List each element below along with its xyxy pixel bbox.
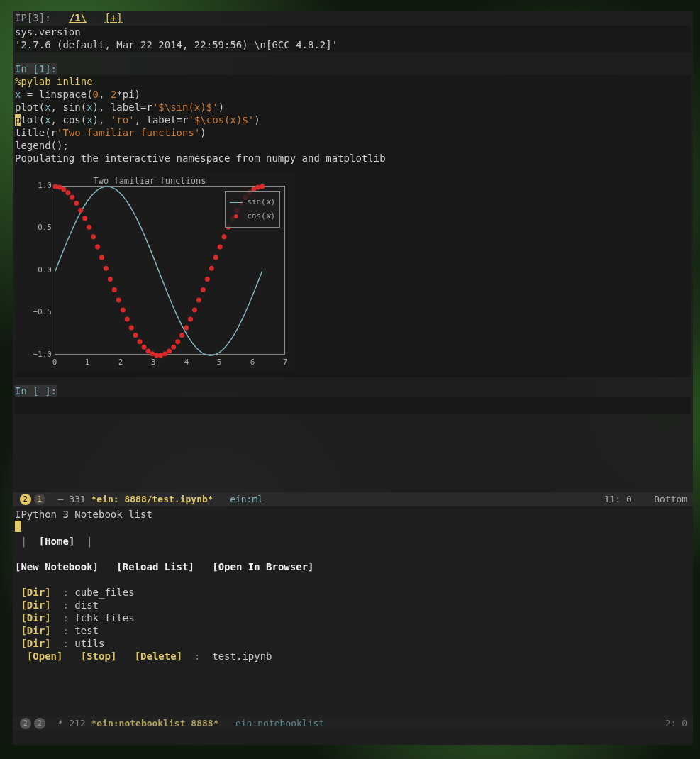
svg-point-6 [78, 208, 83, 213]
cursor-pos: 11: 0 [604, 493, 632, 506]
modeline-bottom: 2 2 * 212 *ein:notebooklist 8888* ein:no… [13, 716, 693, 731]
dir-tag: [Dir] [21, 638, 50, 649]
svg-point-19 [133, 333, 138, 338]
dir-entry[interactable]: [Dir] : utils [15, 637, 691, 650]
svg-point-21 [142, 345, 147, 350]
xtick: 2 [113, 356, 128, 369]
notebooklist-pane[interactable]: IPython 3 Notebook list | [Home] | [New … [13, 506, 693, 716]
svg-point-28 [171, 345, 176, 350]
svg-point-38 [213, 255, 218, 260]
cell-1[interactable]: In [1]: %pylab inline x = linspace(0, 2*… [15, 62, 691, 377]
svg-point-40 [222, 234, 227, 239]
svg-point-20 [138, 339, 143, 344]
notebook-tab-bar: IP[3]: /1\ [+] [15, 11, 691, 26]
svg-point-48 [255, 185, 260, 190]
code-line[interactable]: legend(); [15, 139, 691, 152]
svg-point-16 [121, 308, 126, 313]
svg-point-27 [167, 348, 172, 353]
badge: 2 [20, 494, 31, 505]
notebook-pane[interactable]: IP[3]: /1\ [+] sys.version '2.7.6 (defau… [13, 11, 693, 492]
svg-point-0 [53, 184, 58, 189]
cell-2[interactable]: In [ ]: [15, 384, 691, 414]
minibuffer[interactable] [13, 731, 693, 745]
svg-point-14 [112, 287, 117, 292]
code-line[interactable]: plot(x, sin(x), label=r'$\sin(x)$') [15, 101, 691, 113]
svg-point-35 [201, 287, 206, 292]
svg-point-5 [74, 201, 79, 206]
ytick: 1.0 [29, 179, 52, 192]
svg-point-32 [188, 317, 193, 322]
modeline-top: 2 1 — 331 *ein: 8888/test.ipynb* ein:ml … [13, 492, 693, 506]
svg-point-30 [179, 333, 184, 338]
svg-point-23 [150, 351, 155, 356]
svg-point-3 [65, 190, 70, 195]
svg-point-9 [91, 234, 96, 239]
dir-entry[interactable]: [Dir] : dist [15, 599, 691, 611]
svg-point-7 [82, 216, 87, 221]
cell-prompt: In [ ]: [15, 385, 57, 397]
svg-point-26 [162, 351, 167, 356]
dir-tag: [Dir] [21, 587, 50, 598]
svg-point-15 [116, 298, 121, 303]
file-name: test.ipynb [212, 650, 272, 662]
major-mode: ein:ml [230, 493, 263, 506]
nblist-home-link[interactable]: [Home] [39, 536, 75, 547]
scroll-pos: Bottom [654, 493, 687, 506]
svg-point-10 [95, 245, 100, 250]
stop-file-button[interactable]: [Stop] [81, 650, 117, 662]
tab-active[interactable]: /1\ [69, 12, 87, 23]
buffer-name[interactable]: *ein: 8888/test.ipynb* [91, 493, 213, 506]
dir-entry[interactable]: [Dir] : test [15, 624, 691, 637]
svg-point-12 [104, 266, 109, 271]
tab-add-button[interactable]: [+] [105, 12, 123, 23]
major-mode: ein:notebooklist [235, 717, 324, 730]
legend-swatch-dot [230, 214, 243, 218]
dir-entry[interactable]: [Dir] : fchk_files [15, 611, 691, 624]
legend-label: cos(x) [247, 210, 275, 223]
dir-name: fchk_files [74, 612, 134, 624]
open-in-browser-button[interactable]: [Open In Browser] [212, 561, 313, 572]
dir-name: dist [74, 599, 99, 611]
output-line: Populating the interactive namespace fro… [15, 152, 691, 165]
xtick: 3 [146, 356, 160, 369]
code-line[interactable]: plot(x, cos(x), 'ro', label=r'$\cos(x)$'… [15, 113, 691, 126]
svg-point-13 [108, 277, 113, 282]
legend-label: sin(x) [247, 196, 275, 209]
dir-tag: [Dir] [21, 612, 50, 624]
xtick: 0 [48, 356, 62, 369]
plot-output: Two familiar functions 1.0 0.5 0.0 −0.5 … [15, 172, 295, 370]
nblist-title: IPython 3 Notebook list [15, 508, 691, 521]
dir-tag: [Dir] [21, 599, 50, 611]
code-line[interactable]: %pylab inline [15, 75, 691, 88]
dir-entry[interactable]: [Dir] : cube_files [15, 586, 691, 599]
legend-swatch-line [230, 202, 243, 203]
ip-prefix: IP[3]: [15, 12, 51, 23]
cursor-pos: 2: 0 [665, 717, 687, 730]
emacs-frame: IP[3]: /1\ [+] sys.version '2.7.6 (defau… [13, 11, 693, 745]
output-line: sys.version [15, 26, 691, 38]
svg-point-49 [260, 184, 265, 189]
cell-0-output[interactable]: sys.version '2.7.6 (default, Mar 22 2014… [15, 26, 691, 52]
dir-name: cube_files [74, 587, 134, 598]
text-cursor [15, 521, 21, 532]
code-line[interactable]: x = linspace(0, 2*pi) [15, 88, 691, 101]
svg-point-29 [175, 339, 180, 344]
new-notebook-button[interactable]: [New Notebook] [15, 561, 99, 572]
ytick: −0.5 [29, 306, 52, 318]
cell-prompt: In [1]: [15, 63, 57, 74]
svg-point-37 [209, 266, 214, 271]
open-file-button[interactable]: [Open] [27, 650, 63, 662]
svg-point-34 [196, 298, 201, 303]
line-number: 212 [69, 717, 85, 730]
buffer-name[interactable]: *ein:notebooklist 8888* [91, 717, 218, 730]
code-line[interactable]: title(r'Two familiar functions') [15, 126, 691, 139]
svg-point-25 [158, 353, 163, 358]
dir-tag: [Dir] [21, 625, 50, 636]
line-number: 331 [69, 493, 85, 506]
delete-file-button[interactable]: [Delete] [135, 650, 182, 662]
reload-list-button[interactable]: [Reload List] [116, 561, 194, 572]
xtick: 1 [80, 356, 94, 369]
ytick: 0.0 [29, 264, 52, 277]
output-line: '2.7.6 (default, Mar 22 2014, 22:59:56) … [15, 38, 691, 51]
svg-point-17 [125, 317, 130, 322]
